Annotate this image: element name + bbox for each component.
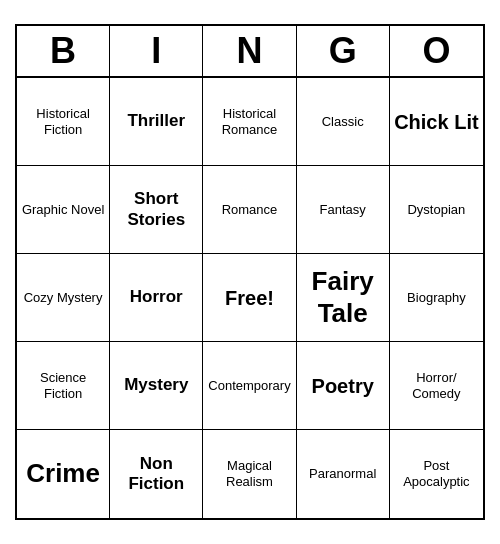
bingo-cell[interactable]: Science Fiction xyxy=(17,342,110,430)
bingo-card: BINGO Historical FictionThrillerHistoric… xyxy=(15,24,485,520)
bingo-cell[interactable]: Magical Realism xyxy=(203,430,296,518)
bingo-cell[interactable]: Cozy Mystery xyxy=(17,254,110,342)
bingo-cell[interactable]: Fantasy xyxy=(297,166,390,254)
bingo-cell[interactable]: Horror xyxy=(110,254,203,342)
bingo-cell[interactable]: Thriller xyxy=(110,78,203,166)
bingo-header: BINGO xyxy=(17,26,483,78)
header-letter: N xyxy=(203,26,296,76)
bingo-cell[interactable]: Romance xyxy=(203,166,296,254)
bingo-cell[interactable]: Non Fiction xyxy=(110,430,203,518)
bingo-cell[interactable]: Fairy Tale xyxy=(297,254,390,342)
bingo-cell[interactable]: Poetry xyxy=(297,342,390,430)
header-letter: I xyxy=(110,26,203,76)
bingo-cell[interactable]: Contemporary xyxy=(203,342,296,430)
header-letter: G xyxy=(297,26,390,76)
bingo-cell[interactable]: Historical Romance xyxy=(203,78,296,166)
bingo-cell[interactable]: Biography xyxy=(390,254,483,342)
bingo-cell[interactable]: Historical Fiction xyxy=(17,78,110,166)
header-letter: B xyxy=(17,26,110,76)
header-letter: O xyxy=(390,26,483,76)
bingo-cell[interactable]: Post Apocalyptic xyxy=(390,430,483,518)
bingo-cell[interactable]: Short Stories xyxy=(110,166,203,254)
bingo-cell[interactable]: Dystopian xyxy=(390,166,483,254)
bingo-cell[interactable]: Free! xyxy=(203,254,296,342)
bingo-cell[interactable]: Mystery xyxy=(110,342,203,430)
bingo-cell[interactable]: Horror/ Comedy xyxy=(390,342,483,430)
bingo-cell[interactable]: Classic xyxy=(297,78,390,166)
bingo-cell[interactable]: Graphic Novel xyxy=(17,166,110,254)
bingo-cell[interactable]: Paranormal xyxy=(297,430,390,518)
bingo-cell[interactable]: Chick Lit xyxy=(390,78,483,166)
bingo-grid: Historical FictionThrillerHistorical Rom… xyxy=(17,78,483,518)
bingo-cell[interactable]: Crime xyxy=(17,430,110,518)
